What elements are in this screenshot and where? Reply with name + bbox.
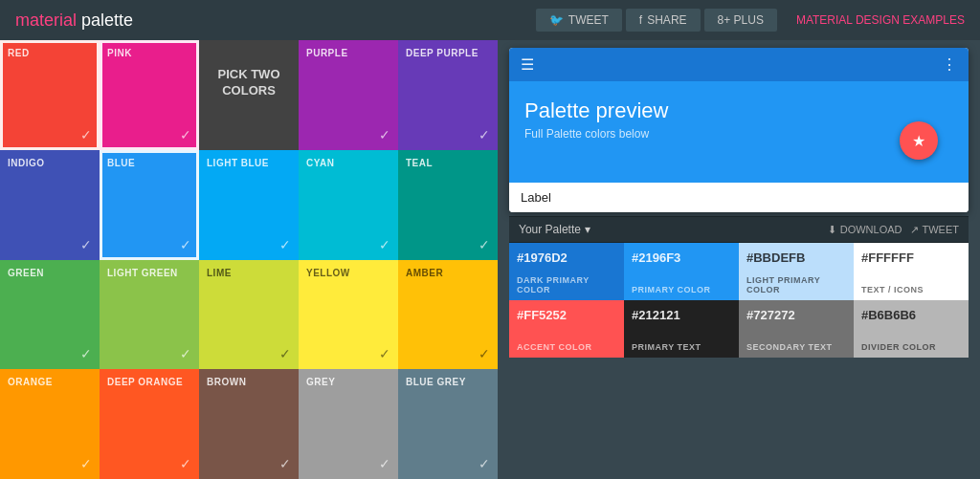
phone-hero-title: Palette preview [524,98,953,123]
palette-header: Your Palette ▾ ⬇ DOWNLOAD ↗ TWEET [509,217,969,243]
swatch-212121[interactable]: #212121 PRIMARY TEXT [624,300,739,358]
check-icon: ✓ [80,456,92,471]
download-button[interactable]: ⬇ DOWNLOAD [828,224,902,236]
check-icon: ✓ [279,237,291,252]
color-tile-brown[interactable]: BROWN ✓ [199,369,299,479]
palette-bottom: Your Palette ▾ ⬇ DOWNLOAD ↗ TWEET #1976D… [509,216,969,358]
swatch-hex: #BBDEFB [746,250,846,265]
swatch-hex: #1976D2 [517,250,616,265]
color-tile-deep-purple[interactable]: DEEP PURPLE ✓ [398,40,498,150]
tile-label: TEAL [406,158,490,168]
check-icon: ✓ [479,456,490,471]
phone-hero: Palette preview Full Palette colors belo… [509,81,969,183]
swatch-FFFFFF[interactable]: #FFFFFF TEXT / ICONS [854,243,969,300]
logo: material palette [15,11,536,31]
color-tile-green[interactable]: GREEN ✓ [0,260,100,370]
swatch-B6B6B6[interactable]: #B6B6B6 DIVIDER COLOR [854,300,969,358]
swatch-hex: #FF5252 [517,308,616,322]
color-tile-orange[interactable]: ORANGE ✓ [0,369,100,479]
tile-label: CYAN [306,158,390,168]
check-icon: ✓ [279,346,291,361]
tile-label: GREY [306,377,390,387]
palette-swatches-row2: #FF5252 ACCENT COLOR #212121 PRIMARY TEX… [509,300,969,358]
color-tile-yellow[interactable]: YELLOW ✓ [299,260,398,370]
fab-button[interactable]: ★ [900,121,938,160]
tweet-button[interactable]: 🐦 TWEET [536,9,622,32]
swatch-name: ACCENT COLOR [517,342,616,352]
color-tile-cyan[interactable]: CYAN ✓ [299,150,398,260]
color-tile-blue-grey[interactable]: BLUE GREY ✓ [398,369,498,479]
color-tile-deep-orange[interactable]: DEEP ORANGE ✓ [100,369,199,479]
tile-label: BLUE [107,158,191,168]
facebook-icon: f [639,13,642,27]
header-right: MATERIAL DESIGN EXAMPLES [796,13,965,27]
color-tile-purple[interactable]: PURPLE ✓ [299,40,398,150]
swatch-BBDEFB[interactable]: #BBDEFB LIGHT PRIMARY COLOR [739,243,854,300]
tile-label: GREEN [8,268,92,278]
phone-toolbar: ☰ ⋮ [509,48,969,81]
color-tile-pink[interactable]: PINK ✓ [100,40,199,150]
check-icon: ✓ [180,456,191,471]
tile-label: LIME [207,268,291,278]
card-label: Label [521,190,957,205]
check-icon: ✓ [479,346,490,361]
check-icon: ✓ [180,127,191,142]
check-icon: ✓ [379,237,390,252]
color-tile-red[interactable]: RED ✓ [0,40,100,150]
swatch-1976D2[interactable]: #1976D2 DARK PRIMARY COLOR [509,243,624,300]
palette-tweet-button[interactable]: ↗ TWEET [910,224,960,236]
share-icon: ↗ [910,224,919,236]
tile-label: PURPLE [306,48,390,58]
palette-actions: ⬇ DOWNLOAD ↗ TWEET [828,224,959,236]
check-icon: ✓ [180,346,191,361]
tile-label: PINK [107,48,191,58]
color-tile-grey[interactable]: GREY ✓ [299,369,398,479]
tile-label: INDIGO [8,158,92,168]
tile-label: BROWN [207,377,291,387]
check-icon: ✓ [279,456,291,471]
swatch-name: PRIMARY TEXT [632,342,731,352]
plus-button[interactable]: 8+ PLUS [704,9,777,32]
menu-icon: ☰ [521,55,534,74]
phone-card: Label [509,183,969,212]
pick-two-label: PICK TWO COLORS [207,48,291,99]
swatch-2196F3[interactable]: #2196F3 PRIMARY COLOR [624,243,739,300]
share-button[interactable]: f SHARE [626,9,701,32]
phone-mockup: ☰ ⋮ Palette preview Full Palette colors … [509,48,969,212]
swatch-name: DARK PRIMARY COLOR [517,275,616,294]
color-tile-teal[interactable]: TEAL ✓ [398,150,498,260]
swatch-727272[interactable]: #727272 SECONDARY TEXT [739,300,854,358]
swatch-FF5252[interactable]: #FF5252 ACCENT COLOR [509,300,624,358]
tile-label: DEEP PURPLE [406,48,490,58]
star-icon: ★ [912,132,925,150]
swatch-name: SECONDARY TEXT [746,342,846,352]
twitter-icon: 🐦 [549,13,564,27]
color-tile-blue[interactable]: BLUE ✓ [100,150,199,260]
color-tile-lime[interactable]: LIME ✓ [199,260,299,370]
tile-label: LIGHT BLUE [207,158,291,168]
check-icon: ✓ [180,237,191,252]
phone-hero-subtitle: Full Palette colors below [524,127,953,141]
swatch-name: PRIMARY COLOR [632,285,731,294]
swatch-hex: #212121 [632,308,731,322]
color-tile-light-blue[interactable]: LIGHT BLUE ✓ [199,150,299,260]
check-icon: ✓ [479,237,490,252]
your-palette-dropdown[interactable]: Your Palette ▾ [519,223,590,236]
tile-label: RED [8,48,92,58]
color-grid: RED ✓ PINK ✓ PICK TWO COLORS PURPLE ✓ DE… [0,40,498,479]
swatch-name: LIGHT PRIMARY COLOR [746,275,846,294]
color-tile-light-green[interactable]: LIGHT GREEN ✓ [100,260,199,370]
color-tile-indigo[interactable]: INDIGO ✓ [0,150,100,260]
color-tile-pick[interactable]: PICK TWO COLORS [199,40,299,150]
header: material palette 🐦 TWEET f SHARE 8+ PLUS… [0,0,980,40]
palette-swatches-row1: #1976D2 DARK PRIMARY COLOR #2196F3 PRIMA… [509,243,969,300]
tile-label: ORANGE [8,377,92,387]
check-icon: ✓ [379,346,390,361]
check-icon: ✓ [80,346,92,361]
color-tile-amber[interactable]: AMBER ✓ [398,260,498,370]
check-icon: ✓ [379,127,390,142]
swatch-hex: #FFFFFF [861,250,961,265]
check-icon: ✓ [80,237,92,252]
logo-material: material [15,11,77,30]
tile-label: AMBER [406,268,490,278]
